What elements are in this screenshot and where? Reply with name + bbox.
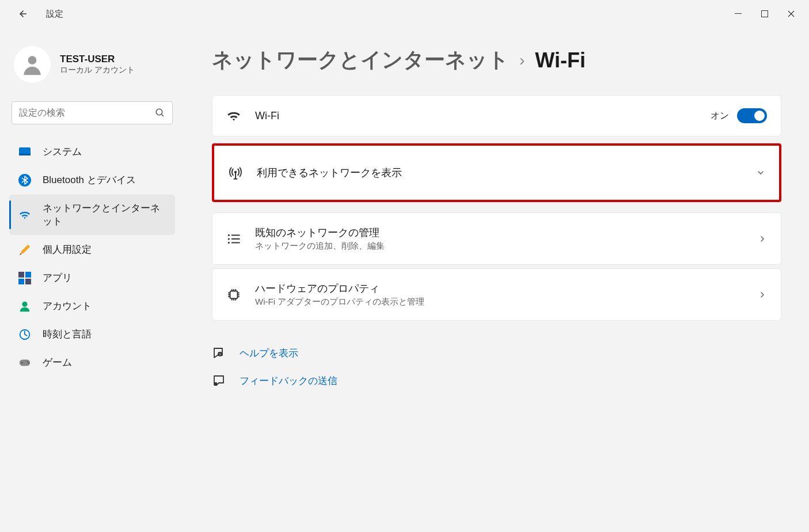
nav-list: システム Bluetooth とデバイス ネットワークとインターネット 個人用設… bbox=[9, 138, 175, 376]
maximize-icon bbox=[761, 10, 768, 17]
brush-icon bbox=[18, 244, 31, 256]
svg-rect-5 bbox=[19, 154, 31, 155]
svg-point-19 bbox=[228, 234, 230, 235]
breadcrumb-current: Wi-Fi bbox=[535, 48, 586, 73]
hardware-title: ハードウェアのプロパティ bbox=[255, 282, 744, 295]
search-input[interactable] bbox=[19, 108, 155, 118]
chevron-right-icon bbox=[758, 290, 767, 299]
svg-rect-10 bbox=[25, 279, 31, 284]
maximize-button[interactable] bbox=[751, 5, 778, 23]
sidebar-item-personalization[interactable]: 個人用設定 bbox=[9, 236, 175, 263]
chip-icon bbox=[226, 287, 241, 302]
account-icon bbox=[18, 300, 31, 313]
svg-rect-9 bbox=[18, 279, 24, 284]
search-box[interactable] bbox=[12, 101, 173, 124]
help-label: ヘルプを表示 bbox=[240, 347, 298, 360]
minimize-icon bbox=[735, 10, 742, 17]
gamepad-icon bbox=[18, 356, 31, 369]
chevron-down-icon bbox=[756, 168, 765, 177]
content: ネットワークとインターネット › Wi-Fi Wi-Fi オン 利用できるネット… bbox=[184, 28, 809, 532]
svg-point-16 bbox=[26, 361, 28, 362]
svg-point-2 bbox=[28, 56, 37, 64]
sidebar-item-label: システム bbox=[43, 145, 82, 158]
sidebar-item-system[interactable]: システム bbox=[9, 138, 175, 165]
close-button[interactable] bbox=[778, 5, 804, 23]
system-icon bbox=[18, 146, 31, 158]
known-networks-title: 既知のネットワークの管理 bbox=[255, 226, 744, 240]
sidebar-item-label: 時刻と言語 bbox=[43, 328, 92, 341]
titlebar: 設定 bbox=[0, 0, 809, 28]
known-networks-card[interactable]: 既知のネットワークの管理 ネットワークの追加、削除、編集 bbox=[212, 212, 781, 265]
svg-rect-0 bbox=[735, 13, 742, 14]
svg-rect-1 bbox=[762, 11, 768, 17]
help-icon: ? bbox=[212, 346, 226, 360]
hardware-sub: Wi-Fi アダプターのプロパティの表示と管理 bbox=[255, 297, 744, 307]
sidebar-item-bluetooth[interactable]: Bluetooth とデバイス bbox=[9, 166, 175, 193]
breadcrumb-separator: › bbox=[519, 51, 525, 70]
toggle-state-label: オン bbox=[711, 110, 729, 122]
breadcrumb-parent[interactable]: ネットワークとインターネット bbox=[212, 46, 509, 74]
sidebar-item-label: 個人用設定 bbox=[43, 243, 92, 256]
wifi-toggle-card: Wi-Fi オン bbox=[212, 95, 781, 136]
clock-icon bbox=[18, 328, 31, 341]
wifi-icon bbox=[226, 108, 241, 123]
avatar bbox=[14, 46, 51, 83]
svg-rect-8 bbox=[25, 272, 31, 278]
wifi-icon bbox=[18, 208, 31, 221]
back-button[interactable] bbox=[14, 5, 32, 23]
sidebar-item-gaming[interactable]: ゲーム bbox=[9, 349, 175, 376]
user-name: TEST-USER bbox=[60, 54, 135, 65]
svg-point-15 bbox=[21, 362, 23, 363]
svg-point-11 bbox=[22, 301, 27, 306]
highlighted-box: 利用できるネットワークを表示 bbox=[212, 143, 781, 202]
sidebar-item-apps[interactable]: アプリ bbox=[9, 264, 175, 291]
close-icon bbox=[788, 10, 795, 17]
feedback-icon bbox=[212, 374, 226, 387]
sidebar-item-label: ゲーム bbox=[43, 356, 72, 369]
svg-rect-22 bbox=[230, 291, 238, 298]
breadcrumb: ネットワークとインターネット › Wi-Fi bbox=[212, 46, 781, 74]
sidebar-item-accounts[interactable]: アカウント bbox=[9, 292, 175, 320]
svg-point-21 bbox=[228, 241, 230, 243]
sidebar-item-label: Bluetooth とデバイス bbox=[43, 173, 136, 187]
svg-point-18 bbox=[234, 171, 237, 173]
apps-icon bbox=[18, 272, 31, 284]
sidebar: TEST-USER ローカル アカウント システム Bluetooth とデバイ… bbox=[0, 28, 184, 532]
sidebar-item-network[interactable]: ネットワークとインターネット bbox=[9, 195, 175, 235]
known-networks-sub: ネットワークの追加、削除、編集 bbox=[255, 241, 744, 252]
user-section[interactable]: TEST-USER ローカル アカウント bbox=[9, 37, 175, 101]
help-link[interactable]: ? ヘルプを表示 bbox=[212, 346, 781, 360]
person-icon bbox=[20, 52, 45, 77]
hardware-properties-card[interactable]: ハードウェアのプロパティ Wi-Fi アダプターのプロパティの表示と管理 bbox=[212, 268, 781, 321]
minimize-button[interactable] bbox=[725, 5, 751, 23]
sidebar-item-label: ネットワークとインターネット bbox=[43, 202, 166, 228]
feedback-label: フィードバックの送信 bbox=[240, 374, 337, 387]
available-networks-card[interactable]: 利用できるネットワークを表示 bbox=[214, 146, 779, 200]
sidebar-item-label: アカウント bbox=[43, 299, 92, 313]
back-arrow-icon bbox=[18, 9, 28, 19]
sidebar-item-label: アプリ bbox=[43, 271, 72, 284]
feedback-link[interactable]: フィードバックの送信 bbox=[212, 374, 781, 387]
chevron-right-icon bbox=[758, 234, 767, 244]
wifi-label: Wi-Fi bbox=[255, 110, 697, 122]
svg-point-17 bbox=[28, 362, 29, 363]
svg-point-3 bbox=[156, 109, 162, 115]
available-networks-label: 利用できるネットワークを表示 bbox=[257, 166, 742, 180]
list-icon bbox=[226, 231, 241, 246]
wifi-toggle[interactable] bbox=[737, 108, 767, 123]
search-icon bbox=[155, 108, 165, 118]
sidebar-item-time-language[interactable]: 時刻と言語 bbox=[9, 321, 175, 348]
bluetooth-icon bbox=[18, 174, 31, 187]
svg-point-20 bbox=[228, 238, 230, 240]
app-title: 設定 bbox=[46, 9, 63, 20]
user-type: ローカル アカウント bbox=[60, 65, 135, 75]
antenna-icon bbox=[228, 165, 243, 180]
svg-rect-7 bbox=[18, 272, 24, 278]
